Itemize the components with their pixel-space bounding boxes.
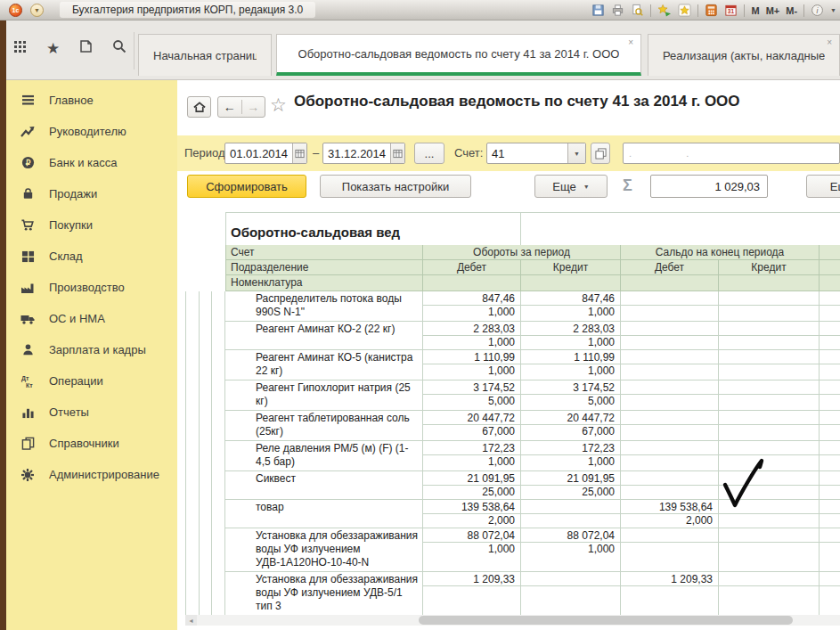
balance-credit-quantity <box>719 364 819 378</box>
horizontal-scrollbar[interactable]: ◂ <box>185 615 840 626</box>
header-balance[interactable]: Сальдо на конец периода <box>621 245 820 260</box>
person-icon <box>20 343 36 357</box>
turnover-debit-cell: 21 091,95 25,000 <box>423 471 521 500</box>
sidebar-item-references[interactable]: Справочники <box>6 428 177 459</box>
sum-field[interactable]: 1 029,03 <box>650 175 768 198</box>
favorite-star-icon[interactable]: ☆ <box>270 94 287 116</box>
header-turnover-credit[interactable]: Кредит <box>521 260 621 275</box>
sidebar-item-reports[interactable]: Отчеты <box>6 397 177 428</box>
memory-m-minus-button[interactable]: M- <box>786 5 797 16</box>
turnover-credit-quantity <box>521 514 620 528</box>
header-turnover[interactable]: Обороты за период <box>423 245 621 260</box>
factory-icon <box>20 281 36 295</box>
table-row[interactable]: Реагент таблетированная соль (25кг) 20 4… <box>185 411 840 441</box>
print-button[interactable] <box>611 4 624 17</box>
period-label: Период: <box>184 146 228 160</box>
table-row[interactable]: Установка для обеззараживания воды УФ из… <box>185 572 840 616</box>
table-row[interactable]: Реагент Аминат КО-5 (канистра 22 кг) 1 1… <box>185 350 840 380</box>
memory-m-button[interactable]: M <box>751 5 759 16</box>
sidebar-item-warehouse[interactable]: Склад <box>6 241 177 272</box>
turnover-credit-cell: 2 283,03 1,000 <box>521 322 621 350</box>
header-department[interactable]: Подразделение <box>225 260 423 275</box>
home-button[interactable] <box>187 96 211 118</box>
save-button[interactable] <box>591 4 605 17</box>
balance-debit-quantity <box>621 486 718 499</box>
dtkt-icon: ДтКт <box>20 374 36 389</box>
scrollbar-thumb[interactable] <box>419 616 793 625</box>
sidebar-item-os-nma[interactable]: ОС и НМА <box>6 303 177 334</box>
calendar-picker-button[interactable] <box>390 143 404 163</box>
tab-sales[interactable]: Реализация (акты, накладные) × <box>648 34 840 76</box>
more-button-right[interactable]: Еще <box>806 175 840 198</box>
calendar-picker-button[interactable] <box>292 143 306 163</box>
period-from-input[interactable]: 01.01.2014 <box>224 143 307 164</box>
sidebar-item-salary[interactable]: Зарплата и кадры <box>6 334 177 365</box>
account-input[interactable]: 41 ▼ <box>486 143 586 164</box>
back-button[interactable]: ← <box>218 100 242 114</box>
close-icon[interactable]: × <box>827 38 832 47</box>
sidebar-item-operations[interactable]: ДтКтОперации <box>6 365 177 397</box>
turnover-debit-amount: 3 174,52 <box>423 380 520 395</box>
forward-button[interactable]: → <box>242 100 265 114</box>
header-account[interactable]: Счет <box>225 245 423 260</box>
history-button[interactable] <box>77 38 94 58</box>
balance-debit-cell <box>621 291 719 322</box>
clipped-extra-cell <box>820 380 840 411</box>
close-icon[interactable]: × <box>628 38 633 47</box>
table-row[interactable]: Установка для обеззараживания воды УФ из… <box>185 528 840 572</box>
print-preview-button[interactable] <box>631 4 644 17</box>
header-balance-credit[interactable]: Кредит <box>719 260 820 275</box>
star-box-icon <box>678 4 691 17</box>
header-turnover-debit[interactable]: Дебет <box>423 260 521 275</box>
favorites-button[interactable] <box>678 4 691 17</box>
sidebar-item-administration[interactable]: Администрирование <box>6 459 177 490</box>
sidebar-item-sales[interactable]: Продажи <box>6 178 177 209</box>
tab-home[interactable]: Начальная страница <box>138 34 272 76</box>
turnover-credit-cell <box>521 500 621 528</box>
info-button[interactable]: i <box>811 4 824 17</box>
header-balance-debit[interactable]: Дебет <box>621 260 719 275</box>
turnover-debit-amount: 88 072,04 <box>423 528 520 543</box>
sidebar-item-bank[interactable]: ₽Банк и касса <box>6 147 177 178</box>
period-more-button[interactable]: ... <box>414 143 444 164</box>
window-menu-button[interactable]: ▼ <box>30 4 44 17</box>
add-favorite-button[interactable] <box>657 4 672 17</box>
extra-filter-input[interactable]: . . <box>623 143 840 164</box>
account-label: Счет: <box>454 146 483 160</box>
more-button[interactable]: Еще▼ <box>534 175 608 198</box>
calculator-button[interactable] <box>705 4 718 17</box>
account-dropdown-button[interactable]: ▼ <box>567 143 585 163</box>
scrollbar-left-button[interactable]: ◂ <box>185 615 197 626</box>
bag-icon <box>20 187 36 201</box>
titlebar-chevron-button[interactable]: ▼ <box>830 7 836 13</box>
balance-credit-quantity <box>719 306 819 319</box>
turnover-debit-quantity: 25,000 <box>423 486 520 499</box>
action-panel: Сформировать Показать настройки Еще▼ Σ 1… <box>177 171 840 205</box>
favorites-menu-button[interactable]: ★ <box>46 41 60 56</box>
calendar-button[interactable]: 31 <box>724 4 738 17</box>
generate-button[interactable]: Сформировать <box>187 175 306 198</box>
tab-report[interactable]: Оборотно-сальдовая ведомость по счету 41… <box>276 34 641 76</box>
window-titlebar: 1с ▼ Бухгалтерия предприятия КОРП, редак… <box>0 0 840 20</box>
table-row[interactable]: Распределитель потока воды 990S N-1" 847… <box>185 291 840 322</box>
balance-debit-quantity <box>621 306 718 319</box>
nomenclature-cell: Распределитель потока воды 990S N-1" <box>225 291 423 322</box>
sidebar-item-main[interactable]: Главное <box>6 85 177 116</box>
period-to-input[interactable]: 31.12.2014 <box>322 143 405 164</box>
search-button[interactable] <box>111 38 127 58</box>
sidebar-item-purchases[interactable]: Покупки <box>6 209 177 241</box>
account-open-button[interactable] <box>591 143 610 164</box>
balance-credit-cell <box>719 291 820 322</box>
clipped-extra-cell <box>820 500 840 528</box>
balance-credit-cell <box>719 350 820 380</box>
table-row[interactable]: Реагент Аминат КО-2 (22 кг) 2 283,03 1,0… <box>185 322 840 350</box>
main-menu-button[interactable] <box>12 38 29 58</box>
memory-m-plus-button[interactable]: M+ <box>766 5 780 16</box>
svg-text:₽: ₽ <box>25 159 30 168</box>
header-nomenclature[interactable]: Номенклатура <box>225 275 423 291</box>
balance-debit-amount: 1 209,33 <box>621 572 718 586</box>
sidebar-item-manager[interactable]: Руководителю <box>6 116 177 147</box>
table-row[interactable]: Реагент Гипохлорит натрия (25 кг) 3 174,… <box>185 380 840 411</box>
sidebar-item-production[interactable]: Производство <box>6 272 177 303</box>
show-settings-button[interactable]: Показать настройки <box>320 175 471 198</box>
